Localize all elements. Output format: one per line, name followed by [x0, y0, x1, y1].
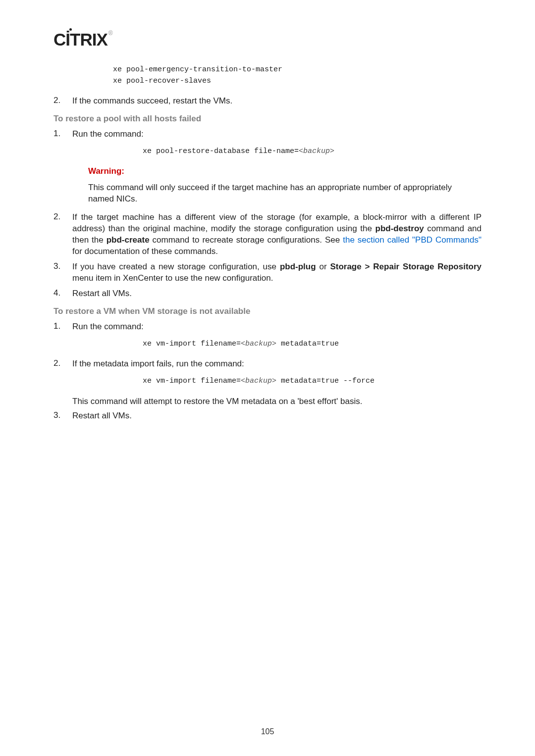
logo-dot-icon: [69, 28, 72, 31]
list-item: 1. Run the command:: [54, 129, 482, 140]
list-number: 4.: [54, 288, 72, 300]
warning-block: Warning: This command will only succeed …: [72, 166, 482, 205]
list-text: Run the command:: [72, 321, 482, 333]
section-heading: To restore a VM when VM storage is not a…: [54, 306, 482, 316]
logo-text: CİTRIX®: [54, 30, 112, 49]
list-item: 2. If the metadata import fails, run the…: [54, 358, 482, 370]
list-text: If you have created a new storage config…: [72, 261, 482, 284]
code-block-pool-emergency: xe pool-emergency-transition-to-master x…: [113, 64, 482, 87]
list-text: If the target machine has a different vi…: [72, 212, 482, 257]
list-item: 1. Run the command:: [54, 321, 482, 333]
warning-label: Warning:: [88, 166, 124, 176]
code-block-vm-import-force: xe vm-import filename=<backup> metadata=…: [143, 376, 482, 387]
list-number: 1.: [54, 321, 72, 333]
list-text: Restart all VMs.: [72, 410, 482, 422]
pbd-commands-link[interactable]: the section called "PBD Commands": [343, 235, 482, 245]
list-number: 3.: [54, 410, 72, 422]
list-item: 2. If the commands succeed, restart the …: [54, 96, 482, 107]
section-heading: To restore a pool with all hosts failed: [54, 114, 482, 124]
list-number: 1.: [54, 129, 72, 140]
list-number: 3.: [54, 261, 72, 284]
page-number: 105: [0, 727, 535, 736]
list-text: Restart all VMs.: [72, 288, 482, 300]
warning-text: This command will only succeed if the ta…: [88, 182, 452, 205]
list-number: 2.: [54, 96, 72, 107]
list-number: 2.: [54, 212, 72, 257]
list-item: 3. Restart all VMs.: [54, 410, 482, 422]
paragraph: This command will attempt to restore the…: [72, 396, 482, 407]
citrix-logo: CİTRIX®: [54, 30, 482, 50]
list-item: 3. If you have created a new storage con…: [54, 261, 482, 284]
code-block-vm-import: xe vm-import filename=<backup> metadata=…: [143, 339, 482, 350]
list-number: 2.: [54, 358, 72, 370]
list-item: 4. Restart all VMs.: [54, 288, 482, 300]
code-block-pool-restore: xe pool-restore-database file-name=<back…: [143, 146, 482, 157]
list-text: If the commands succeed, restart the VMs…: [72, 96, 482, 107]
list-text: Run the command:: [72, 129, 482, 140]
list-item: 2. If the target machine has a different…: [54, 212, 482, 257]
list-text: If the metadata import fails, run the co…: [72, 358, 482, 370]
